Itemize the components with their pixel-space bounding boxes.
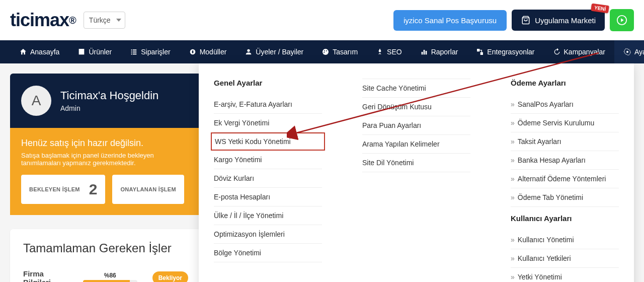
svg-rect-7: [133, 51, 136, 52]
dd-link-kullaniciyetkileri[interactable]: Kullanıcı Yetkileri: [511, 249, 619, 268]
iyzico-button[interactable]: iyzico Sanal Pos Başvurusu: [393, 10, 507, 31]
rocket-icon: [376, 48, 384, 56]
dd-link-yetkiyonetimi[interactable]: Yetki Yönetimi: [511, 268, 619, 282]
dd-heading-odeme: Ödeme Ayarları: [511, 79, 619, 90]
dd-link-doviz[interactable]: Döviz Kurları: [214, 169, 322, 188]
dd-link-parapuan[interactable]: Para Puan Ayarları: [362, 116, 470, 135]
nav-ayarlar[interactable]: Ayarlar: [614, 40, 644, 63]
dd-link-ekvergi[interactable]: Ek Vergi Yönetimi: [214, 114, 322, 132]
svg-rect-17: [421, 52, 423, 54]
svg-rect-21: [480, 52, 483, 55]
stat-pending: BEKLEYEN İŞLEM 2: [21, 175, 105, 204]
svg-point-16: [324, 52, 325, 53]
task-pct-label: %86: [83, 272, 137, 279]
tasks-heading: Tamamlaman Gereken İşler: [23, 241, 188, 255]
stat-label: BEKLEYEN İŞLEM: [29, 186, 80, 192]
refresh-icon: [553, 48, 561, 56]
dd-link-sanalpos[interactable]: SanalPos Ayarları: [511, 95, 619, 114]
svg-rect-9: [133, 53, 136, 54]
palette-icon: [321, 48, 330, 56]
dd-link-taksit[interactable]: Taksit Ayarları: [511, 132, 619, 151]
svg-rect-6: [131, 51, 132, 52]
svg-rect-4: [131, 49, 132, 50]
svg-point-14: [324, 50, 325, 51]
task-name: Firma Bilgileri: [23, 269, 73, 282]
dd-link-eposta[interactable]: E-posta Hesapları: [214, 188, 322, 206]
users-icon: [245, 48, 253, 56]
dd-link-sitecache[interactable]: Site Cache Yönetimi: [362, 79, 470, 98]
tasks-card: Tamamlaman Gereken İşler Firma Bilgileri…: [10, 229, 201, 282]
welcome-title: Ticimax'a Hoşgeldin: [60, 89, 158, 102]
stat-approved: ONAYLANAN İŞLEM: [112, 175, 184, 204]
svg-rect-2: [79, 50, 85, 54]
gear-icon: [623, 48, 631, 56]
dd-link-sitedil[interactable]: Site Dil Yönetimi: [362, 154, 470, 172]
market-button[interactable]: Uygulama Marketi: [512, 10, 605, 31]
dropdown-col-1: Genel Ayarlar E-arşiv, E-Fatura Ayarları…: [214, 79, 322, 282]
settings-dropdown: Genel Ayarlar E-arşiv, E-Fatura Ayarları…: [199, 63, 634, 282]
dd-link-arama[interactable]: Arama Yapılan Kelimeler: [362, 135, 470, 154]
dd-link-odemetab[interactable]: Ödeme Tab Yönetimi: [511, 188, 619, 207]
list-icon: [130, 48, 138, 56]
top-actions: iyzico Sanal Pos Başvurusu YENİ Uygulama…: [393, 9, 634, 31]
play-button[interactable]: [610, 9, 634, 31]
task-status-badge: Bekliyor: [152, 271, 188, 282]
dd-heading-general: Genel Ayarlar: [214, 79, 322, 90]
svg-point-15: [326, 50, 327, 51]
nav-anasayfa[interactable]: Anasayfa: [10, 40, 68, 63]
nav-moduller[interactable]: Modüller: [180, 40, 236, 63]
dd-link-bolge[interactable]: Bölge Yönetimi: [214, 244, 322, 262]
nav-kampanyalar[interactable]: Kampanyalar: [544, 40, 615, 63]
dd-link-kullaniciyonetimi[interactable]: Kullanıcı Yönetimi: [511, 231, 619, 249]
svg-rect-3: [79, 49, 85, 50]
dd-link-kargo[interactable]: Kargo Yönetimi: [214, 151, 322, 169]
home-icon: [19, 48, 27, 56]
notice-banner: Henüz satış için hazır değilsin. Satışa …: [10, 128, 201, 215]
dd-link-geridonusum[interactable]: Geri Dönüşüm Kutusu: [362, 98, 470, 116]
dd-link-bankahesap[interactable]: Banka Hesap Ayarları: [511, 151, 619, 170]
svg-marker-1: [621, 18, 624, 22]
welcome-role: Admin: [60, 104, 158, 112]
language-select[interactable]: Türkçe: [84, 12, 125, 29]
play-icon: [616, 15, 627, 26]
svg-rect-20: [477, 49, 479, 51]
nav-urunler[interactable]: Ürünler: [68, 40, 121, 63]
dd-link-optimizasyon[interactable]: Optimizasyon İşlemleri: [214, 225, 322, 244]
svg-point-22: [626, 51, 628, 53]
nav-entegrasyonlar[interactable]: Entegrasyonlar: [467, 40, 543, 63]
dd-link-earsiv[interactable]: E-arşiv, E-Fatura Ayarları: [214, 95, 322, 114]
modules-icon: [189, 48, 197, 56]
svg-rect-5: [133, 49, 136, 50]
stat-value: 2: [89, 181, 98, 198]
task-progress: %86: [83, 272, 137, 282]
welcome-panel: A Ticimax'a Hoşgeldin Admin Henüz satış …: [10, 74, 201, 282]
svg-rect-19: [425, 51, 427, 54]
svg-point-13: [323, 49, 329, 55]
stat-label: ONAYLANAN İŞLEM: [120, 186, 176, 192]
avatar: A: [21, 86, 51, 116]
chart-icon: [420, 48, 428, 56]
welcome-card: A Ticimax'a Hoşgeldin Admin: [10, 74, 201, 128]
dd-heading-kullanici: Kullanıcı Ayarları: [511, 214, 619, 226]
svg-rect-11: [192, 50, 193, 53]
main-nav: Anasayfa Ürünler Siparişler Modüller Üye…: [0, 40, 644, 63]
bag-icon: [521, 16, 531, 25]
language-select-wrap: Türkçe: [84, 12, 125, 29]
nav-seo[interactable]: SEO: [367, 40, 411, 63]
dd-link-wsyetki[interactable]: WS Yetki Kodu Yönetimi: [211, 132, 325, 151]
nav-raporlar[interactable]: Raporlar: [411, 40, 467, 63]
task-row: Firma Bilgileri %86 Bekliyor: [23, 269, 188, 282]
dd-link-odemeservis[interactable]: Ödeme Servis Kurulumu: [511, 114, 619, 132]
nav-tasarim[interactable]: Tasarım: [312, 40, 367, 63]
dd-link-ulke[interactable]: Ülke / İl / İlçe Yönetimi: [214, 206, 322, 225]
dropdown-col-2: Site Cache Yönetimi Geri Dönüşüm Kutusu …: [362, 79, 470, 282]
box-icon: [77, 48, 86, 56]
brand-logo[interactable]: ticimax®: [10, 10, 76, 31]
dd-link-alternatif[interactable]: Alternatif Ödeme Yöntemleri: [511, 170, 619, 188]
svg-rect-8: [131, 53, 132, 54]
dropdown-col-3: Ödeme Ayarları SanalPos Ayarları Ödeme S…: [511, 79, 619, 282]
market-button-wrap: YENİ Uygulama Marketi: [512, 10, 605, 31]
integration-icon: [476, 48, 484, 56]
nav-siparisler[interactable]: Siparişler: [121, 40, 179, 63]
nav-uyeler[interactable]: Üyeler / Bayiler: [235, 40, 312, 63]
